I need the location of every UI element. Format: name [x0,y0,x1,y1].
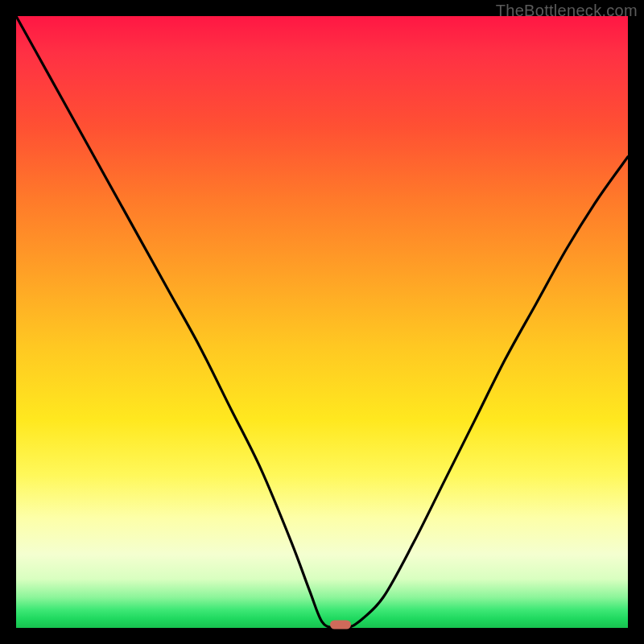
bottleneck-curve [16,16,628,628]
optimal-marker [330,621,351,630]
curve-svg [16,16,628,628]
chart-frame: TheBottleneck.com [0,0,644,644]
plot-area [16,16,628,628]
